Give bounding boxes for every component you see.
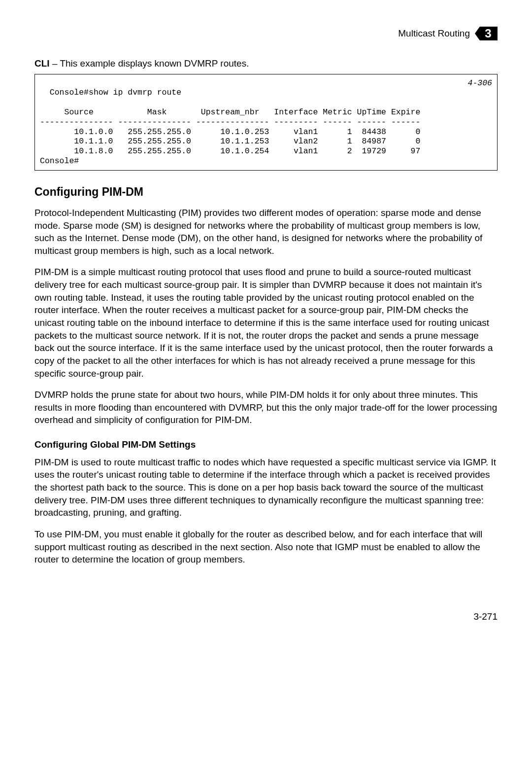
paragraph-2: PIM-DM is a simple multicast routing pro… bbox=[34, 266, 498, 380]
chapter-badge-icon: 3 bbox=[475, 25, 498, 42]
page-number: 3-271 bbox=[34, 610, 498, 623]
heading-configuring-pimdm: Configuring PIM-DM bbox=[34, 184, 498, 200]
page-header: Multicast Routing 3 bbox=[34, 25, 498, 42]
paragraph-5: To use PIM-DM, you must enable it global… bbox=[34, 528, 498, 566]
code-reference: 4-306 bbox=[467, 78, 492, 88]
heading-global-settings: Configuring Global PIM-DM Settings bbox=[34, 438, 498, 451]
section-title: Multicast Routing bbox=[398, 27, 470, 40]
paragraph-1: Protocol-Independent Multicasting (PIM) … bbox=[34, 207, 498, 257]
cli-intro: CLI – This example displays known DVMRP … bbox=[34, 57, 498, 70]
paragraph-3: DVMRP holds the prune state for about tw… bbox=[34, 388, 498, 426]
cli-intro-text: – This example displays known DVMRP rout… bbox=[50, 58, 249, 69]
chapter-number: 3 bbox=[485, 27, 491, 40]
cli-label: CLI bbox=[34, 58, 50, 69]
code-content: Console#show ip dvmrp route Source Mask … bbox=[40, 88, 420, 166]
code-block: 4-306Console#show ip dvmrp route Source … bbox=[34, 74, 498, 171]
paragraph-4: PIM-DM is used to route multicast traffi… bbox=[34, 456, 498, 519]
